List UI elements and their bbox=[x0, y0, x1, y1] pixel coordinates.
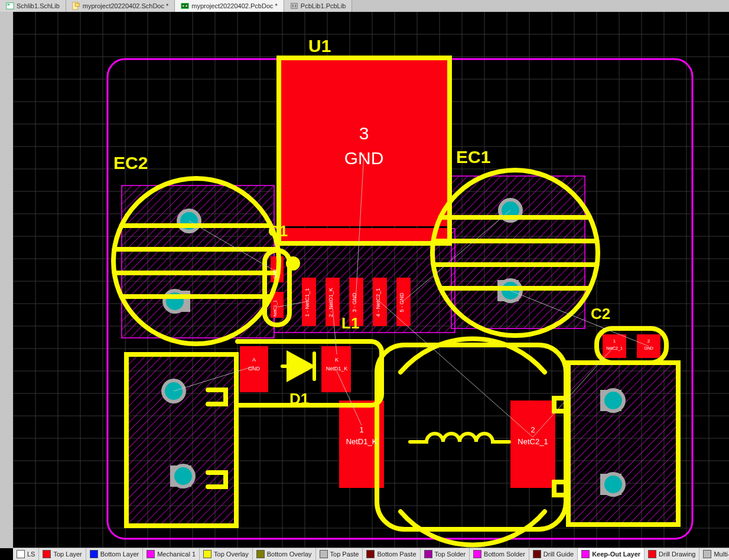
pad-label: 5 - GND bbox=[399, 292, 405, 312]
document-tab[interactable]: Schlib1.SchLib bbox=[0, 0, 66, 12]
layer-tab[interactable]: Multi-Layer bbox=[699, 548, 729, 560]
svg-rect-8 bbox=[292, 4, 294, 7]
hatched-region bbox=[568, 363, 678, 525]
document-tab[interactable]: myproject20220402.PcbDoc * bbox=[175, 0, 284, 12]
layer-label: Mechanical 1 bbox=[157, 551, 196, 558]
layer-label: Bottom Layer bbox=[100, 551, 139, 558]
hatched-region bbox=[122, 185, 274, 338]
hatched-region bbox=[451, 176, 585, 328]
layer-tab[interactable]: Bottom Layer bbox=[86, 548, 143, 560]
layer-sets-button[interactable]: LS bbox=[13, 548, 39, 560]
svg-rect-9 bbox=[295, 4, 297, 7]
document-tab[interactable]: myproject20220402.SchDoc * bbox=[66, 0, 175, 12]
hatched-region bbox=[126, 354, 236, 526]
layer-tab[interactable]: Bottom Overlay bbox=[253, 548, 316, 560]
layer-swatch-icon bbox=[424, 550, 432, 558]
pad-label: NetC1_1 bbox=[273, 300, 278, 317]
layer-swatch-icon bbox=[147, 550, 155, 558]
schdoc-icon bbox=[72, 2, 80, 10]
layer-swatch-icon bbox=[581, 550, 590, 558]
layer-tab[interactable]: Bottom Paste bbox=[363, 548, 420, 560]
svg-rect-0 bbox=[6, 3, 14, 9]
tab-label: myproject20220402.SchDoc * bbox=[83, 2, 169, 9]
designator-L1: L1 bbox=[341, 314, 359, 332]
pcb-canvas[interactable]: U1EC2EC1C1C2L1D13GND1 - NetC1_12 - NetD1… bbox=[13, 12, 729, 548]
svg-rect-4 bbox=[181, 4, 188, 9]
tab-label: myproject20220402.PcbDoc * bbox=[191, 2, 278, 9]
ls-label: LS bbox=[27, 551, 35, 558]
layer-label: Drill Guide bbox=[544, 551, 574, 558]
pad-label: NetD1_K bbox=[346, 437, 377, 446]
pad-label: GND bbox=[644, 346, 653, 350]
svg-point-6 bbox=[186, 5, 188, 7]
layer-label: Top Solder bbox=[435, 551, 466, 558]
layer-swatch-icon bbox=[256, 550, 265, 558]
layer-label: Keep-Out Layer bbox=[592, 551, 640, 558]
pad-label: 3 - GND bbox=[352, 292, 357, 312]
designator-EC1: EC1 bbox=[456, 147, 490, 167]
via-hole[interactable] bbox=[604, 392, 622, 409]
layer-tab[interactable]: Top Solder bbox=[421, 548, 470, 560]
layer-tab[interactable]: Top Layer bbox=[39, 548, 86, 560]
layer-swatch-icon bbox=[648, 550, 656, 558]
layer-swatch-icon bbox=[43, 550, 51, 558]
layer-label: Bottom Paste bbox=[377, 551, 416, 558]
svg-point-80 bbox=[286, 256, 300, 271]
pad-label: 2 bbox=[531, 425, 535, 434]
layer-swatch-icon bbox=[366, 550, 375, 558]
layer-label: Multi-Layer bbox=[714, 551, 729, 558]
pad-label: NetD1_K bbox=[326, 366, 348, 372]
designator-U1: U1 bbox=[308, 36, 331, 56]
document-tab[interactable]: PcbLib1.PcbLib bbox=[284, 0, 352, 12]
designator-EC2: EC2 bbox=[113, 153, 148, 172]
pad-label: 1 bbox=[613, 338, 616, 344]
layer-swatch-icon bbox=[703, 550, 711, 558]
svg-rect-1 bbox=[8, 4, 10, 6]
layer-label: Top Layer bbox=[53, 551, 82, 558]
layer-label: Top Paste bbox=[330, 551, 359, 558]
pad-label: K bbox=[335, 357, 339, 363]
layer-tab[interactable]: Top Overlay bbox=[200, 548, 253, 560]
pcb-svg[interactable]: U1EC2EC1C1C2L1D13GND1 - NetC1_12 - NetD1… bbox=[13, 12, 729, 548]
pad-label: 1 - NetC1_1 bbox=[304, 288, 310, 317]
pad-label: 1 bbox=[359, 425, 363, 434]
schlib-icon bbox=[6, 2, 14, 10]
pad-label: 2 - NetD1_K bbox=[328, 288, 334, 317]
pad-label: 2 bbox=[647, 338, 650, 344]
layer-tab-bar: LSTop LayerBottom LayerMechanical 1Top O… bbox=[13, 548, 729, 560]
square-icon bbox=[17, 550, 25, 558]
tab-label: Schlib1.SchLib bbox=[17, 2, 60, 9]
layer-swatch-icon bbox=[90, 550, 98, 558]
pcblib-icon bbox=[290, 2, 298, 10]
pad-label: GND bbox=[344, 148, 384, 168]
pad-label: 4 - NetC2_1 bbox=[375, 288, 381, 317]
designator-C2: C2 bbox=[591, 305, 610, 323]
pad-label: NetC2_1 bbox=[606, 346, 623, 351]
layer-tab[interactable]: Drill Guide bbox=[529, 548, 578, 560]
designator-C1: C1 bbox=[268, 222, 288, 240]
document-tab-bar: Schlib1.SchLibmyproject20220402.SchDoc *… bbox=[0, 0, 729, 12]
layer-swatch-icon bbox=[203, 550, 211, 558]
layer-label: Bottom Overlay bbox=[267, 551, 312, 558]
layer-label: Top Overlay bbox=[214, 551, 249, 558]
layer-swatch-icon bbox=[320, 550, 328, 558]
layer-label: Drill Drawing bbox=[659, 551, 695, 558]
via-hole[interactable] bbox=[604, 476, 622, 493]
svg-rect-3 bbox=[75, 4, 79, 6]
pad-label: A bbox=[252, 357, 256, 363]
ruler-gutter bbox=[0, 12, 14, 548]
layer-swatch-icon bbox=[473, 550, 481, 558]
layer-tab[interactable]: Mechanical 1 bbox=[143, 548, 200, 560]
designator-D1: D1 bbox=[289, 390, 309, 408]
layer-tab[interactable]: Drill Drawing bbox=[645, 548, 699, 560]
pad-label: NetC2_1 bbox=[518, 437, 548, 446]
pad-label: GND bbox=[248, 366, 261, 372]
layer-tab[interactable]: Top Paste bbox=[316, 548, 363, 560]
via-hole[interactable] bbox=[174, 467, 192, 485]
layer-tab[interactable]: Bottom Solder bbox=[470, 548, 529, 560]
pad-label: 3 bbox=[359, 123, 369, 143]
layer-swatch-icon bbox=[533, 550, 541, 558]
svg-point-5 bbox=[183, 5, 184, 7]
pad[interactable] bbox=[279, 228, 450, 241]
layer-tab[interactable]: Keep-Out Layer bbox=[578, 548, 645, 560]
